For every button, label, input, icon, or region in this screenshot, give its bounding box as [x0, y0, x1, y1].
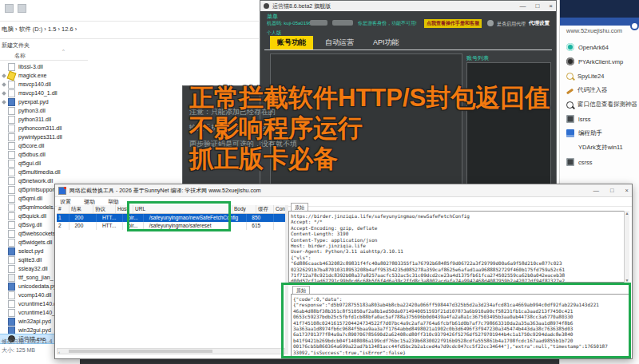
- maximize-button[interactable]: □: [610, 187, 614, 194]
- tool-item[interactable]: 窗口信息查看探测神器: [566, 97, 637, 112]
- tool-item[interactable]: PYArkClient.vmp: [566, 54, 637, 69]
- file-row[interactable]: pywintypes311.dll: [0, 133, 96, 141]
- tool-item[interactable]: lsrss: [566, 112, 637, 126]
- sort-arrow-icon[interactable]: ^: [62, 49, 65, 53]
- close-button[interactable]: ×: [625, 187, 629, 194]
- close-button[interactable]: ×: [549, 2, 553, 10]
- file-name: pywintypes311.dll: [18, 133, 62, 141]
- file-row[interactable]: qt5multimedia.dll: [0, 168, 96, 176]
- file-icon: [8, 265, 15, 273]
- cell-num: 2: [57, 222, 69, 230]
- file-name: win32api.pyd: [18, 317, 51, 326]
- file-row[interactable]: msvcp140_1.dll: [0, 89, 96, 97]
- response-line: 0653c59237bdb25c5fbfd1cb88bfa0ac5af788a3…: [293, 314, 627, 319]
- breadcrumb[interactable]: 电脑 › 软件 (D:) › 1.5 › 12.6 ›: [2, 26, 77, 34]
- proxy-settings-button[interactable]: 代理设置: [529, 20, 550, 27]
- column-header[interactable]: Body: [232, 205, 256, 213]
- tool-item[interactable]: SpyLite24: [566, 69, 637, 83]
- request-raw-panel[interactable]: https://birder.jinziqia.life/safeyunying…: [288, 211, 629, 283]
- file-name: vcomp140.dll: [18, 291, 51, 299]
- file-icon: [8, 247, 15, 255]
- file-icon: [8, 256, 15, 264]
- file-row[interactable]: python311.dll: [0, 115, 96, 124]
- column-header[interactable]: 结果: [69, 205, 93, 213]
- tool-item-label: 编程助手: [578, 129, 602, 137]
- proxy-toggle[interactable]: [487, 20, 494, 26]
- file-name: pyexpat.pyd: [18, 97, 49, 106]
- request-line: "6d886caacb4632082c89831f4fc40a802780335…: [291, 260, 626, 266]
- file-icon: [8, 160, 15, 168]
- column-header-name[interactable]: 名称: [14, 52, 26, 60]
- manual-link[interactable]: 点我查看操作手册和客服: [424, 19, 482, 28]
- capture-row[interactable]: 1 200 HTT... bir... /safeyunyingmao/newS…: [57, 214, 285, 222]
- file-row[interactable]: python3.dll: [0, 106, 96, 115]
- file-icon: [8, 63, 15, 71]
- scroll-up-icon[interactable]: ▲: [625, 211, 629, 216]
- app-form-notes: 注意：只能添加已经存在的输入手机号，带上国际区号，两步验证码是可选的，没有就不填: [189, 104, 297, 152]
- tool-item[interactable]: 代码注入器: [566, 83, 637, 97]
- file-row[interactable]: qt5dbus.dll: [0, 150, 96, 159]
- file-row[interactable]: qt5gui.dll: [0, 159, 96, 168]
- scroll-left-icon[interactable]: ‹: [58, 350, 60, 354]
- file-name: qt5network.dll: [18, 176, 53, 185]
- file-icon: [8, 81, 15, 89]
- scroll-down-icon[interactable]: ▼: [625, 278, 629, 283]
- file-name: qt5multimedia.dll: [18, 168, 61, 176]
- vertical-scrollbar[interactable]: ▲ ▼: [624, 211, 629, 283]
- file-row[interactable]: msvcp140.dll: [0, 80, 96, 89]
- file-icon: [8, 283, 15, 291]
- note-line: 两步验证码是可选的，没有就不填: [189, 136, 297, 152]
- app-tab[interactable]: API功能: [366, 36, 407, 49]
- app-tab[interactable]: 账号功能: [270, 36, 313, 49]
- request-line: User-Agent: Python/3.11 aiohttp/3.10.11: [291, 248, 626, 254]
- request-line: Content-Length: 3190: [291, 231, 626, 236]
- request-line: {"vls":: [291, 255, 626, 260]
- tool-item[interactable]: OpenArk64: [566, 40, 637, 54]
- file-name: libssl-3.dll: [18, 62, 43, 71]
- app-logo-icon: [264, 3, 269, 9]
- sniffer-app-icon: [58, 187, 66, 195]
- account-list-panel[interactable]: [466, 62, 551, 185]
- horizontal-scrollbar[interactable]: ‹ ›: [57, 348, 285, 354]
- file-row[interactable]: magick.exe: [0, 71, 96, 80]
- file-icon: [8, 300, 15, 308]
- scrollbar-thumb[interactable]: [69, 350, 212, 353]
- tool-item[interactable]: 编程助手: [566, 126, 637, 140]
- menu-item[interactable]: 帮助: [108, 198, 119, 206]
- minimize-button[interactable]: —: [519, 2, 526, 10]
- maximize-button[interactable]: □: [535, 2, 539, 10]
- file-name: qt5qml.dll: [18, 194, 42, 203]
- tool-item[interactable]: YDArk支持win11: [566, 140, 637, 155]
- tool-item-label: YDArk支持win11: [578, 144, 623, 152]
- explorer-toolbar-icon[interactable]: [18, 4, 26, 13]
- file-row[interactable]: pyexpat.pyd: [0, 97, 96, 106]
- capture-rows: 1 200 HTT... bir... /safeyunyingmao/newS…: [57, 214, 285, 230]
- minimize-button[interactable]: —: [593, 187, 600, 194]
- column-header[interactable]: #: [57, 205, 69, 213]
- capture-table: #结果协议HostURLBody缓存Con... 1 200 HTT... bi…: [57, 205, 285, 230]
- file-name: ttf_song_jian_: [18, 273, 54, 282]
- request-line: Accept-Encoding: gzip, deflate: [291, 225, 626, 231]
- site-label[interactable]: www.52xuejishu.com: [566, 27, 622, 34]
- capture-row[interactable]: 2 200 HTT... bir... /safeyunyingmao/safe…: [57, 222, 285, 230]
- file-row[interactable]: pythoncom311.dll: [0, 124, 96, 133]
- file-row[interactable]: qt5core.dll: [0, 141, 96, 150]
- app-tab[interactable]: 自动运营: [318, 36, 361, 49]
- column-header[interactable]: 缓存: [256, 205, 274, 213]
- menu-item[interactable]: 驱动: [84, 198, 95, 206]
- response-line: {"response":"d5b9728755183a803ab4b8cba22…: [293, 302, 627, 307]
- cell-num: 1: [57, 214, 69, 222]
- tool-item-label: csrss: [578, 159, 593, 166]
- menu-item[interactable]: 设置: [60, 198, 71, 206]
- app-icon: [566, 89, 574, 95]
- sidebar-accent-band: [560, 18, 639, 26]
- response-line: 41f745108c02416157204424734522f7d07bc4a9…: [293, 320, 627, 326]
- account-form-panel: [270, 53, 462, 185]
- file-row[interactable]: libssl-3.dll: [0, 62, 96, 71]
- column-header[interactable]: URL: [133, 205, 232, 213]
- response-raw-panel[interactable]: {"code":0,"data":{"response":"d5b9728755…: [291, 294, 629, 358]
- new-folder-button[interactable]: 新建文件夹: [2, 42, 30, 49]
- tool-item[interactable]: csrss: [566, 155, 637, 169]
- scroll-right-icon[interactable]: ›: [282, 350, 284, 354]
- explorer-toolbar-icon[interactable]: [5, 4, 14, 13]
